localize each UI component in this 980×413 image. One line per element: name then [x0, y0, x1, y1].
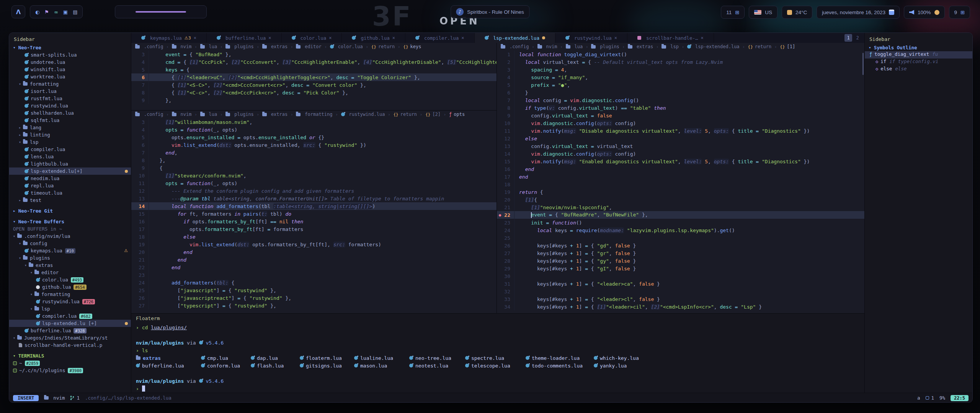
breadcrumb-item[interactable]: plugins	[225, 112, 254, 117]
tree-item[interactable]: ▾lsp	[9, 305, 131, 312]
chevron-right-icon[interactable]: ▸	[19, 133, 21, 137]
chevron-down-icon[interactable]: ▾	[30, 307, 33, 311]
code-line[interactable]: 1local function toggle_diag_virtext()	[497, 50, 864, 58]
breadcrumb-item[interactable]: lsp-extended.lua	[687, 44, 740, 49]
tray-icon-3[interactable]: ∞	[54, 9, 58, 15]
code-line[interactable]: 6 vim.list_extend(dst: opts.ensure_insta…	[131, 141, 497, 149]
code-line[interactable]: 6 }	[497, 89, 864, 96]
code-line[interactable]: 5 opts.ensure_installed = opts.ensure_in…	[131, 133, 497, 141]
neotree-files-header[interactable]: ▾ Neo-Tree	[9, 44, 131, 51]
breadcrumb-item[interactable]: {}[1]	[780, 44, 795, 49]
chevron-down-icon[interactable]: ▾	[30, 270, 33, 275]
code-line[interactable]: ●22 event = { "BufReadPre", "BufNewFile"…	[497, 211, 864, 219]
tree-item[interactable]: rustfmt.lua	[9, 95, 131, 102]
tree-item[interactable]: ▾lsp	[9, 138, 131, 146]
tree-item[interactable]: OPEN BUFFERS in ~	[9, 225, 131, 233]
code-line[interactable]: 26 ["javascriptreact"] = { "rustywind" }…	[131, 294, 497, 302]
breadcrumb-item[interactable]: lua	[200, 112, 217, 117]
chevron-down-icon[interactable]: ▾	[24, 263, 27, 267]
code-line[interactable]: 21 end	[131, 256, 497, 263]
taskbar-pill[interactable]	[115, 5, 207, 18]
chevron-down-icon[interactable]: ▾	[869, 45, 871, 50]
topbar-pill[interactable]: 11⊞	[721, 6, 745, 19]
code-line[interactable]: 8 },	[131, 156, 497, 164]
code-line[interactable]: 25 ["javascript"] = { "rustywind" },	[131, 286, 497, 294]
code-line[interactable]: 8 { [1]"<C-c>", [2]"<cmd>CccPick<cr>", d…	[131, 89, 497, 96]
code-line[interactable]: 16 if opts.formatters_by_ft[ft] == nil t…	[131, 218, 497, 225]
tree-item[interactable]: rustywind.lua	[9, 102, 131, 109]
code-line[interactable]: 9 {	[131, 164, 497, 172]
topbar-pill[interactable]: 24°C	[782, 6, 812, 19]
chevron-down-icon[interactable]: ▾	[30, 292, 33, 296]
breadcrumb-item[interactable]: .config	[135, 44, 163, 49]
tray-pill[interactable]: ◐⚑∞▣▤	[30, 5, 83, 18]
tree-item[interactable]: shellharden.lua	[9, 109, 131, 117]
launcher-button[interactable]: Λ	[11, 5, 25, 18]
code-line[interactable]: 10 [1]"stevearc/conform.nvim",	[131, 172, 497, 179]
code-line[interactable]: 3 spacing = 4,	[497, 66, 864, 73]
code-line[interactable]: 23	[131, 271, 497, 279]
code-line[interactable]: 9 },	[131, 96, 497, 104]
code-line[interactable]: 32	[497, 288, 864, 295]
tree-item[interactable]: ▾formatting	[9, 291, 131, 298]
code-line[interactable]: 13 ---@param tbl table<string, conform.F…	[131, 195, 497, 202]
chevron-down-icon[interactable]: ▾	[13, 336, 15, 340]
outline-item[interactable]: ◇elseelse	[865, 66, 972, 73]
tree-item[interactable]: ▾plugins	[9, 254, 131, 262]
music-widget[interactable]: ♪ Spiritbox - Rule Of Nines	[451, 5, 529, 18]
scrollbar-handle[interactable]	[862, 53, 864, 75]
code-line[interactable]: 16 end	[497, 165, 864, 173]
breadcrumb-item[interactable]: {}return	[371, 44, 395, 49]
breadcrumb-item[interactable]: ƒopts	[449, 112, 465, 117]
chevron-down-icon[interactable]: ▾	[13, 45, 16, 50]
tree-item[interactable]: neodim.lua	[9, 175, 131, 182]
tab-bufferline-lua[interactable]: bufferline.lua×	[207, 33, 282, 43]
code-line[interactable]: 33 keys[#keys + 1] = { "<leader>cl", fal…	[497, 295, 864, 303]
breadcrumb-item[interactable]: extras	[262, 112, 287, 117]
breadcrumb-item[interactable]: plugins	[591, 44, 619, 49]
chevron-down-icon[interactable]: ▾	[13, 234, 15, 238]
close-icon[interactable]: ×	[268, 35, 271, 41]
chevron-down-icon[interactable]: ▾	[19, 256, 21, 260]
chevron-down-icon[interactable]: ▾	[19, 82, 21, 86]
code-line[interactable]: 10 vim.diagnostic.config(opts: config)	[497, 119, 864, 127]
breadcrumb-item[interactable]: {}return	[394, 112, 417, 117]
code-line[interactable]: 28 keys[#keys + 1] = { "gy", false }	[497, 257, 864, 265]
tree-item[interactable]: ▾editor	[9, 269, 131, 276]
breadcrumb-item[interactable]: {}return	[748, 44, 772, 49]
tree-item[interactable]: ▾Juegos/Indies/SteamLibrary/st	[9, 334, 131, 341]
code-line[interactable]: 25	[497, 234, 864, 242]
code-line[interactable]: 11 vim.notify(msg: "Disable diagnostics …	[497, 127, 864, 135]
outline-item[interactable]: ƒtoggle_diag_virtextfu	[865, 51, 972, 59]
code-line[interactable]: 27 keys[#keys + 1] = { "gr", false }	[497, 249, 864, 257]
breadcrumb-item[interactable]: plugins	[225, 44, 254, 49]
code-line[interactable]: 31 keys[#keys + 1] = { "<leader>ca", fal…	[497, 280, 864, 288]
tree-item[interactable]: color.lua#493	[9, 276, 131, 283]
outline-item[interactable]: ◇ifif type(config.vi	[865, 59, 972, 66]
breadcrumb-item[interactable]: rustywind.lua	[341, 112, 385, 117]
code-line[interactable]: 24 local keys = require(modname: "lazyvi…	[497, 226, 864, 234]
breadcrumb-item[interactable]: editor	[296, 44, 321, 49]
floaterm-panel[interactable]: Floaterm › cd lua/plugins/nvim/lua/plugi…	[131, 313, 864, 393]
code-line[interactable]: 11 opts = function(_, opts)	[131, 179, 497, 187]
topbar-pill[interactable]: jueves, noviembre 16, 2023	[817, 6, 900, 19]
tab-compiler-lua[interactable]: compiler.lua×	[405, 33, 475, 43]
tab-keymaps-lua[interactable]: keymaps.lua⚠3×	[131, 33, 207, 43]
tree-item[interactable]: github.lua#654	[9, 283, 131, 291]
chevron-right-icon[interactable]: ▸	[19, 198, 21, 202]
code-line[interactable]: 15 vim.notify(msg: "Enabled diagnostics …	[497, 158, 864, 165]
breadcrumb-item[interactable]: .config	[501, 44, 529, 49]
code-line[interactable]: 17 opts.formatters_by_ft[ft] = formatter…	[131, 225, 497, 233]
code-line[interactable]: 19 vim.list_extend(dst: opts.formatters_…	[131, 241, 497, 248]
code-line[interactable]: 18 else	[131, 233, 497, 241]
chevron-down-icon[interactable]: ▾	[13, 219, 16, 224]
close-icon[interactable]: ×	[701, 35, 703, 41]
code-line[interactable]: 7 { [1]"<S-C>", [2]"<cmd>CccConvert<cr>"…	[131, 81, 497, 89]
tree-item[interactable]: compiler.lua	[9, 146, 131, 153]
tree-item[interactable]: keymaps.lua#10⚠	[9, 247, 131, 254]
code-line[interactable]: 4 source = "if_many",	[497, 73, 864, 81]
editor-pane-lsp-extended-lua[interactable]: .config›nvim›lua›plugins›extras›lsp›lsp-…	[497, 43, 864, 313]
tab-github-lua[interactable]: github.lua×	[342, 33, 405, 43]
terminals-header[interactable]: ▾ TERMINALS	[9, 352, 131, 359]
code-line[interactable]: 6 { [1]"<leader>uC", [2]"<cmd>CccHighlig…	[131, 73, 497, 81]
